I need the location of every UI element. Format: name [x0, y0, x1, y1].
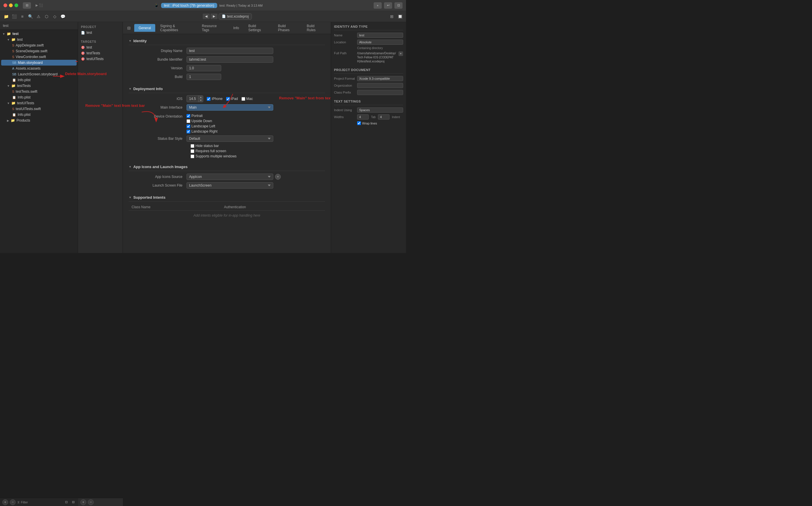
maximize-button[interactable]: [14, 3, 18, 7]
requires-full-screen-check[interactable]: Requires full screen: [191, 149, 325, 153]
name-input[interactable]: [357, 33, 403, 38]
project-document-panel: Project Document Project Format Xcode 9.…: [334, 68, 403, 95]
mac-checkbox[interactable]: [242, 97, 245, 101]
sidebar-item-viewcontroller[interactable]: S ViewController.swift: [1, 54, 77, 60]
intents-placeholder: Add intents eligible for in-app handling…: [129, 210, 325, 221]
speech-icon[interactable]: 💬: [60, 13, 66, 20]
grid-icon[interactable]: ⊞: [389, 13, 395, 20]
wrap-lines-checkbox[interactable]: [357, 121, 361, 125]
close-button[interactable]: [3, 3, 7, 7]
version-input[interactable]: [187, 65, 221, 71]
app-icons-section-header[interactable]: ▼ App Icons and Launch Images: [129, 163, 325, 171]
stepper-up[interactable]: ▲: [198, 96, 203, 99]
inspector-icon[interactable]: 🔲: [397, 13, 403, 20]
nav-back[interactable]: ◀: [203, 14, 210, 19]
sidebar-item-main-storyboard[interactable]: SB Main.storyboard: [1, 60, 77, 66]
mac-check-row[interactable]: Mac: [242, 97, 253, 101]
tab-width-input[interactable]: [357, 114, 369, 119]
minimize-button[interactable]: [9, 3, 13, 7]
org-input[interactable]: [357, 83, 403, 88]
landscape-right-checkbox[interactable]: [187, 130, 190, 134]
build-input[interactable]: [187, 74, 221, 80]
sidebar-item-launchscreen[interactable]: SB LaunchScreen.storyboard: [1, 71, 77, 77]
sidebar-item-testUITests[interactable]: ▼ 📁 testUITests: [0, 100, 78, 106]
app-icons-source-select[interactable]: AppIcon: [187, 174, 273, 180]
jump-button[interactable]: ↩: [384, 2, 392, 9]
breakpoint-icon[interactable]: ⬡: [43, 13, 50, 20]
ios-stepper[interactable]: 14.5 ▲ ▼: [187, 95, 203, 102]
status-bar-select[interactable]: Default Light Content Dark Content: [187, 136, 273, 142]
class-prefix-input[interactable]: [357, 90, 403, 95]
target-test[interactable]: 🎯 test: [78, 45, 123, 50]
app-icons-add-button[interactable]: +: [275, 174, 281, 180]
landscape-left-checkbox[interactable]: [187, 124, 190, 128]
editor-icon[interactable]: ⬛: [11, 13, 17, 20]
upside-down-checkbox[interactable]: [187, 119, 190, 123]
sidebar-item-assets[interactable]: A Assets.xcassets: [1, 66, 77, 71]
sidebar-toggle[interactable]: ⊟: [23, 2, 31, 9]
panel-toggle[interactable]: ⊡: [394, 2, 403, 9]
orientation-label: Device Orientation: [129, 114, 187, 118]
sidebar-item-testTests-plist[interactable]: 📋 Info.plist: [1, 94, 77, 100]
indent-width-input[interactable]: [378, 114, 390, 119]
identity-section-header[interactable]: ▼ Identity: [129, 37, 325, 45]
folder-icon[interactable]: 📁: [3, 13, 9, 20]
nav-forward[interactable]: ▶: [210, 14, 217, 19]
org-label: Organization: [334, 84, 357, 87]
sidebar-item-products[interactable]: ▶ 📁 Products: [0, 117, 78, 123]
landscape-left-check[interactable]: Landscape Left: [187, 124, 217, 128]
project-format-select[interactable]: Xcode 9.3-compatible Xcode 10-compatible: [357, 76, 403, 81]
wrap-lines-check[interactable]: Wrap lines: [357, 121, 377, 125]
sidebar-item-testUITests-plist[interactable]: 📋 Info.plist: [1, 112, 77, 117]
reveal-button[interactable]: ⌖: [399, 52, 403, 56]
sidebar-item-label: Assets.xcassets: [16, 66, 41, 71]
iphone-checkbox[interactable]: [207, 97, 210, 101]
hide-status-bar-check[interactable]: Hide status bar: [191, 144, 325, 148]
multiple-windows-checkbox[interactable]: [191, 155, 194, 158]
hide-status-bar-checkbox[interactable]: [191, 144, 194, 148]
sidebar-item-info-plist[interactable]: 📋 Info.plist: [1, 77, 77, 83]
nav-breadcrumb: test: [0, 22, 78, 30]
multiple-windows-check[interactable]: Supports multiple windows: [191, 154, 325, 158]
supported-intents-header[interactable]: ▼ Supported Intents: [129, 193, 325, 201]
add-button[interactable]: +: [374, 2, 382, 9]
library-icon[interactable]: ≡: [19, 13, 25, 20]
tab-build-settings[interactable]: Build Settings: [244, 22, 273, 34]
upside-down-check[interactable]: Upside Down: [187, 119, 217, 123]
tab-build-phases[interactable]: Build Phases: [274, 22, 301, 34]
app-icons-source-label: App Icons Source: [129, 175, 187, 179]
display-name-input[interactable]: [187, 48, 273, 54]
sidebar-item-testUITests-swift[interactable]: S testUITests.swift: [1, 106, 77, 112]
stepper-down[interactable]: ▼: [198, 99, 203, 102]
tab-signing[interactable]: Signing & Capabilities: [156, 22, 197, 34]
target-testTests[interactable]: 🎯 testTests: [78, 50, 123, 56]
project-item-test[interactable]: 📄 test: [78, 30, 123, 35]
search-icon[interactable]: 🔍: [27, 13, 33, 20]
sidebar-item-testTests-swift[interactable]: S testTests.swift: [1, 89, 77, 94]
tab-general[interactable]: General: [134, 24, 155, 32]
bundle-id-input[interactable]: [187, 56, 273, 63]
landscape-right-check[interactable]: Landscape Right: [187, 130, 217, 134]
sidebar-item-testTests[interactable]: ▼ 📁 testTests: [0, 83, 78, 89]
sidebar-item-scenedelegate[interactable]: S SceneDelegate.swift: [1, 48, 77, 54]
ios-label: iOS: [129, 97, 187, 101]
portrait-checkbox[interactable]: [187, 114, 190, 118]
tab-resource-tags[interactable]: Resource Tags: [198, 22, 228, 34]
intents-table: Class Name Authentication Add intents el…: [129, 204, 325, 220]
indent-using-select[interactable]: Spaces Tabs: [357, 107, 403, 113]
shape-icon[interactable]: ◇: [52, 13, 58, 20]
sidebar-item-test-sub[interactable]: ▼ 📁 test: [0, 37, 78, 43]
warning-icon[interactable]: ⚠: [35, 13, 42, 20]
location-select[interactable]: Absolute Relative: [357, 39, 403, 45]
sidebar-item-test-root[interactable]: ▼ 📁 test: [0, 31, 78, 37]
sidebar-item-appdelegate[interactable]: S AppDelegate.swift: [1, 43, 77, 48]
scheme-selector[interactable]: test : iPod touch (7th generation): [161, 3, 217, 8]
launch-screen-select[interactable]: LaunchScreen: [187, 182, 273, 189]
requires-full-screen-checkbox[interactable]: [191, 149, 194, 153]
tab-info[interactable]: Info: [229, 24, 244, 32]
target-testUITests[interactable]: 🎯 testUITests: [78, 56, 123, 62]
tab-build-rules[interactable]: Build Rules: [302, 22, 328, 34]
collapse-icon[interactable]: ⊟: [126, 25, 132, 31]
portrait-check[interactable]: Portrait: [187, 114, 217, 118]
deployment-section-header[interactable]: ▼ Deployment Info: [129, 85, 325, 93]
